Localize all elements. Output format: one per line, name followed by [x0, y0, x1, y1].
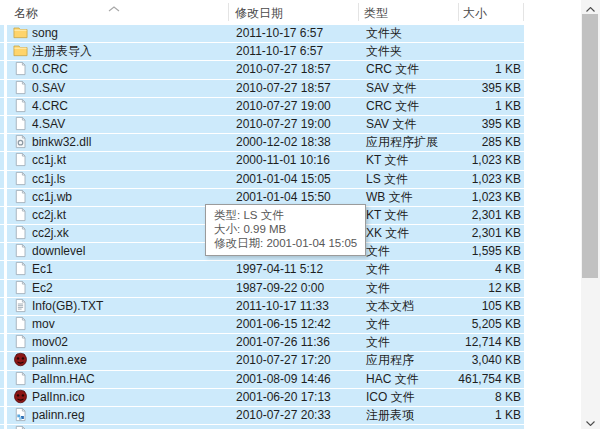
file-icon: [13, 152, 28, 167]
file-type: CRC 文件: [366, 98, 419, 115]
column-header-date-modified[interactable]: 修改日期: [235, 5, 283, 22]
file-size: 395 KB: [482, 80, 521, 97]
file-type: 文件: [366, 280, 390, 297]
file-name: cc2j.xk: [32, 225, 69, 242]
file-type: SAV 文件: [366, 80, 416, 97]
file-row[interactable]: 4.SAV2010-07-27 19:00SAV 文件395 KB: [0, 116, 524, 134]
file-size: 395 KB: [482, 116, 521, 133]
column-header-type[interactable]: 类型: [364, 5, 388, 22]
file-size: 1,023 KB: [472, 189, 521, 206]
file-name: palinn.exe: [32, 352, 87, 369]
file-row[interactable]: PalInn.ico2001-06-20 17:13ICO 文件8 KB: [0, 389, 524, 407]
file-type: CRC 文件: [366, 61, 419, 78]
file-type: 文本文档: [366, 298, 414, 315]
tooltip-type-line: 类型: LS 文件: [214, 209, 357, 223]
file-name: Ec2: [32, 280, 53, 297]
file-type: HAC 文件: [366, 371, 419, 388]
file-size: 2,301 KB: [472, 207, 521, 224]
file-type: LS 文件: [366, 171, 408, 188]
file-name: cc1j.ls: [32, 171, 65, 188]
file-icon: [13, 207, 28, 222]
file-date-modified: 2001-08-09 14:46: [236, 371, 331, 388]
file-row[interactable]: mov022001-07-26 11:36文件12,714 KB: [0, 334, 524, 352]
file-row[interactable]: binkw32.dll2000-12-02 18:38应用程序扩展285 KB: [0, 134, 524, 152]
file-type: WB 文件: [366, 189, 413, 206]
file-name: 4.CRC: [32, 98, 68, 115]
file-type: 文件夹: [366, 43, 402, 60]
file-name: PalInn.ico: [32, 389, 85, 406]
file-date-modified: 2010-07-27 17:20: [236, 352, 331, 369]
folder-icon: [13, 25, 28, 40]
reg-icon: [13, 407, 28, 422]
file-date-modified: 2000-11-01 10:16: [236, 152, 330, 169]
file-type: 文件: [366, 316, 390, 333]
file-size: 461,754 KB: [458, 371, 521, 388]
file-type: 文件: [366, 334, 390, 351]
file-size: 1,595 KB: [472, 243, 521, 260]
file-row[interactable]: song2011-10-17 6:57文件夹: [0, 25, 524, 43]
text-icon: [13, 298, 28, 313]
column-divider[interactable]: [358, 3, 359, 21]
file-name: 0.SAV: [32, 80, 65, 97]
file-icon: [13, 425, 28, 429]
file-icon: [13, 171, 28, 186]
file-type: SAV 文件: [366, 116, 416, 133]
file-row[interactable]: Info(GB).TXT2011-10-17 11:33文本文档105 KB: [0, 298, 524, 316]
file-row[interactable]: 4.CRC2010-07-27 19:00CRC 文件1 KB: [0, 98, 524, 116]
file-row[interactable]: mov2001-06-15 12:42文件5,205 KB: [0, 316, 524, 334]
file-icon: [13, 371, 28, 386]
file-size: 1 KB: [495, 61, 521, 78]
column-header-size[interactable]: 大小: [463, 5, 487, 22]
file-name: downlevel: [32, 243, 85, 260]
vertical-scrollbar[interactable]: [581, 0, 600, 429]
file-row[interactable]: palinn.exe2010-07-27 17:20应用程序3,040 KB: [0, 352, 524, 370]
file-name: palinn.reg: [32, 407, 85, 424]
file-row[interactable]: 0.CRC2010-07-27 18:57CRC 文件1 KB: [0, 61, 524, 79]
file-type: 应用程序: [366, 352, 414, 369]
pal-icon: [13, 389, 28, 404]
file-date-modified: 2010-07-27 18:57: [236, 80, 331, 97]
file-date-modified: 2011-10-17 6:57: [236, 25, 323, 42]
file-date-modified: 2010-07-27 18:57: [236, 61, 331, 78]
file-type: 文件: [366, 261, 390, 278]
file-size: 1,023 KB: [472, 152, 521, 169]
file-row[interactable]: cc1j.kt2000-11-01 10:16KT 文件1,023 KB: [0, 152, 524, 170]
file-name: mov02: [32, 334, 68, 351]
file-size: 1,023 KB: [472, 171, 521, 188]
file-row[interactable]: Ec11997-04-11 5:12文件4 KB: [0, 261, 524, 279]
file-size: 1 KB: [495, 407, 521, 424]
scroll-up-button[interactable]: [581, 0, 600, 15]
file-size: 1 KB: [495, 98, 521, 115]
file-row[interactable]: palinn.reg2010-07-27 20:33注册表项1 KB: [0, 407, 524, 425]
file-icon: [13, 98, 28, 113]
file-row[interactable]: 注册表导入2011-10-17 6:57文件夹: [0, 43, 524, 61]
file-icon: [13, 243, 28, 258]
column-divider[interactable]: [458, 3, 459, 21]
file-type: 文件: [366, 243, 390, 260]
column-header-name[interactable]: 名称: [14, 5, 38, 22]
file-row[interactable]: PalInn.HAC2001-08-09 14:46HAC 文件461,754 …: [0, 371, 524, 389]
file-row[interactable]: Ec21987-09-22 0:00文件12 KB: [0, 280, 524, 298]
file-date-modified: 2011-10-17 6:57: [236, 43, 323, 60]
file-date-modified: 2001-06-20 17:13: [236, 389, 331, 406]
file-type: 应用程序扩展: [366, 134, 438, 151]
file-size: 8 KB: [495, 389, 521, 406]
folder-icon: [13, 43, 28, 58]
file-icon: [13, 116, 28, 131]
tooltip-size-line: 大小: 0.99 MB: [214, 223, 357, 237]
chevron-up-icon: [586, 1, 595, 15]
scroll-down-button[interactable]: [581, 414, 600, 429]
file-name: mov: [32, 316, 55, 333]
file-row[interactable]: [0, 425, 524, 429]
file-name: cc1j.kt: [32, 152, 66, 169]
file-type: 文件夹: [366, 25, 402, 42]
file-row[interactable]: cc1j.ls2001-01-04 15:05LS 文件1,023 KB: [0, 171, 524, 189]
file-size: 3,040 KB: [472, 352, 521, 369]
file-type: 注册表项: [366, 407, 414, 424]
file-row[interactable]: 0.SAV2010-07-27 18:57SAV 文件395 KB: [0, 80, 524, 98]
column-divider[interactable]: [228, 3, 229, 21]
column-divider[interactable]: [523, 3, 524, 21]
file-icon: [13, 189, 28, 204]
scrollbar-thumb[interactable]: [582, 14, 598, 278]
file-date-modified: 2010-07-27 20:33: [236, 407, 331, 424]
